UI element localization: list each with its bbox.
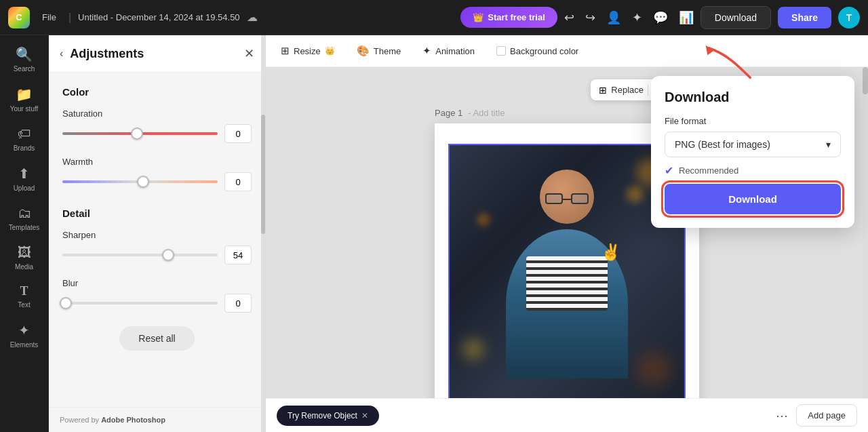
back-button[interactable]: ‹	[60, 47, 63, 60]
sidebar-item-media[interactable]: 🖼 Media	[4, 239, 45, 276]
download-panel-button[interactable]: Download	[665, 184, 841, 214]
present-icon[interactable]: 📊	[679, 10, 694, 25]
warmth-slider[interactable]	[62, 180, 218, 183]
search-icon: 🔍	[16, 46, 33, 62]
format-label: File format	[665, 116, 841, 126]
adjustments-scrollbar[interactable]	[261, 35, 265, 432]
sharpen-label: Sharpen	[62, 230, 252, 240]
share-button[interactable]: Share	[778, 7, 831, 28]
chevron-down-icon: ▾	[826, 139, 831, 150]
resize-icon: ⊞	[281, 45, 290, 57]
add-page-button[interactable]: Add page	[796, 404, 857, 427]
remove-close-icon[interactable]: ✕	[361, 411, 368, 420]
brand-icon: 🏷	[18, 126, 31, 142]
sidebar-item-text[interactable]: T Text	[4, 279, 45, 314]
saturation-slider[interactable]	[62, 132, 218, 135]
theme-icon: 🎨	[357, 45, 370, 57]
magic-icon[interactable]: ✦	[632, 10, 642, 25]
sidebar-item-brands[interactable]: 🏷 Brands	[4, 121, 45, 157]
blur-control: Blur 0	[62, 278, 252, 313]
sharpen-control: Sharpen 54	[62, 230, 252, 264]
vertical-scrollbar-thumb[interactable]	[863, 67, 868, 94]
photo-content: ✌️	[450, 145, 684, 398]
close-panel-button[interactable]: ✕	[244, 46, 254, 61]
adjustments-panel: ‹ Adjustments ✕ Color Saturation 0 Warmt…	[49, 35, 266, 432]
blur-value[interactable]: 0	[224, 294, 252, 313]
adjustments-scrollbar-thumb[interactable]	[261, 115, 265, 234]
sidebar: 🔍 Search 📁 Your stuff 🏷 Brands ⬆ Upload …	[0, 35, 49, 432]
detail-section-title: Detail	[62, 208, 252, 219]
resize-crown-icon: 👑	[325, 46, 335, 56]
folder-icon: 📁	[16, 86, 33, 102]
sidebar-item-elements[interactable]: ✦ Elements	[4, 317, 45, 354]
text-icon: T	[20, 284, 28, 298]
adjustments-body: Color Saturation 0 Warmth 0	[49, 73, 265, 407]
adjustments-header: ‹ Adjustments ✕	[49, 35, 265, 73]
sharpen-slider[interactable]	[62, 254, 218, 256]
canva-logo: C	[8, 7, 30, 28]
powered-by: Powered by Adobe Photoshop	[49, 407, 265, 432]
cloud-sync-icon: ☁	[247, 11, 258, 24]
reset-all-button[interactable]: Reset all	[119, 326, 194, 351]
sidebar-item-your-stuff[interactable]: 📁 Your stuff	[4, 81, 45, 118]
document-title: Untitled - December 14, 2024 at 19.54.50	[78, 12, 239, 22]
download-panel-title: Download	[665, 90, 841, 105]
sidebar-item-templates[interactable]: 🗂 Templates	[4, 200, 45, 237]
saturation-value[interactable]: 0	[224, 124, 252, 143]
grid-icon: ⊞	[599, 85, 607, 96]
file-format-select[interactable]: PNG (Best for images) ▾	[665, 132, 841, 157]
add-people-icon[interactable]: 👤	[606, 10, 621, 25]
sidebar-item-search[interactable]: 🔍 Search	[4, 41, 45, 78]
adjustments-title: Adjustments	[70, 47, 244, 61]
sidebar-item-upload[interactable]: ⬆ Upload	[4, 160, 45, 197]
undo-icon[interactable]: ↩	[564, 10, 574, 25]
topbar: C File | Untitled - December 14, 2024 at…	[0, 0, 868, 35]
warmth-control: Warmth 0	[62, 157, 252, 191]
animation-tool[interactable]: ✦ Animation	[416, 41, 481, 61]
redo-icon[interactable]: ↪	[585, 10, 595, 25]
download-panel: Download File format PNG (Best for image…	[651, 76, 854, 228]
vertical-scrollbar[interactable]	[863, 67, 868, 398]
saturation-label: Saturation	[62, 109, 252, 119]
topbar-icons: ↩ ↪ 👤 ✦ 💬 📊	[564, 10, 694, 25]
bg-color-swatch	[496, 46, 506, 56]
try-remove-object-button[interactable]: Try Remove Object ✕	[277, 406, 379, 426]
main-layout: 🔍 Search 📁 Your stuff 🏷 Brands ⬆ Upload …	[0, 35, 868, 432]
saturation-control: Saturation 0	[62, 109, 252, 143]
warmth-value[interactable]: 0	[224, 172, 252, 191]
secondary-toolbar: ⊞ Resize 👑 🎨 Theme ✦ Animation Backgroun…	[266, 35, 868, 67]
file-menu[interactable]: File	[37, 9, 62, 25]
photo-element[interactable]: ✌️ ↺	[448, 144, 686, 398]
check-icon: ✔	[665, 164, 673, 177]
blur-label: Blur	[62, 278, 252, 288]
divider	[648, 85, 648, 96]
recommended-badge: ✔ Recommended	[665, 164, 841, 177]
bg-color-tool[interactable]: Background color	[490, 42, 585, 60]
replace-btn[interactable]: Replace	[611, 85, 644, 95]
theme-tool[interactable]: 🎨 Theme	[350, 41, 408, 61]
animation-icon: ✦	[422, 45, 431, 57]
canvas-bottom-bar: Try Remove Object ✕ ⋯ Add page	[266, 398, 868, 432]
download-button-top[interactable]: Download	[701, 6, 771, 29]
sharpen-value[interactable]: 54	[224, 246, 252, 264]
crown-icon: 👑	[473, 12, 484, 22]
resize-tool[interactable]: ⊞ Resize 👑	[274, 41, 342, 61]
templates-icon: 🗂	[18, 205, 31, 221]
elements-icon: ✦	[18, 322, 30, 338]
user-avatar[interactable]: T	[838, 7, 860, 28]
color-section-title: Color	[62, 86, 252, 98]
warmth-label: Warmth	[62, 157, 252, 167]
options-dots-button[interactable]: ⋯	[776, 408, 788, 423]
detail-section: Detail Sharpen 54 Blur	[62, 208, 252, 313]
canvas-area: ⊞ Resize 👑 🎨 Theme ✦ Animation Backgroun…	[266, 35, 868, 432]
upload-icon: ⬆	[18, 165, 30, 182]
comment-icon[interactable]: 💬	[653, 10, 668, 25]
blur-slider[interactable]	[62, 302, 218, 305]
start-trial-button[interactable]: 👑 Start free trial	[460, 7, 557, 28]
media-icon: 🖼	[18, 245, 31, 260]
